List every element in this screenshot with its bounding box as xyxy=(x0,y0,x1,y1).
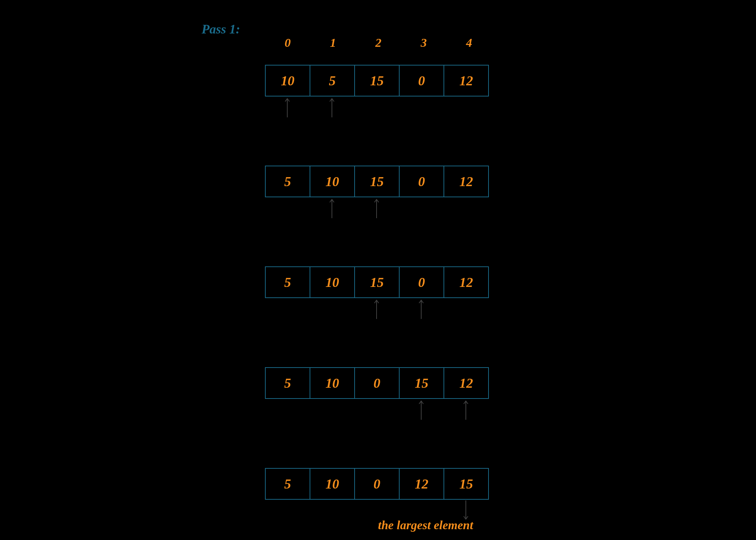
array-cell: 5 xyxy=(266,368,310,398)
array-cell: 0 xyxy=(400,66,444,96)
arrow-up-icon xyxy=(328,197,336,219)
pass-label: Pass 1: xyxy=(202,22,240,37)
index-row: 01234 xyxy=(265,36,492,50)
array-cell: 12 xyxy=(400,469,444,499)
array-cell: 0 xyxy=(355,368,400,398)
index-label: 1 xyxy=(310,36,356,50)
array-cell: 5 xyxy=(310,66,355,96)
array-row: 51015012 xyxy=(265,166,489,197)
largest-element-caption: the largest element xyxy=(378,518,473,532)
array-row: 10515012 xyxy=(265,65,489,96)
index-label: 4 xyxy=(446,36,492,50)
arrow-up-icon xyxy=(462,399,470,420)
array-row: 51001512 xyxy=(265,367,489,399)
array-cell: 12 xyxy=(444,66,488,96)
array-cell: 15 xyxy=(355,267,400,297)
array-row: 51001215 xyxy=(265,468,489,500)
arrow-down-icon xyxy=(462,500,470,521)
array-cell: 10 xyxy=(310,166,355,197)
array-cell: 12 xyxy=(444,166,488,197)
array-cell: 15 xyxy=(355,166,400,197)
array-cell: 5 xyxy=(266,166,310,197)
arrow-up-icon xyxy=(417,399,426,420)
array-cell: 12 xyxy=(444,267,488,297)
index-label: 0 xyxy=(265,36,310,50)
arrow-up-icon xyxy=(283,96,292,118)
array-cell: 10 xyxy=(310,469,355,499)
array-cell: 5 xyxy=(266,469,310,499)
array-cell: 15 xyxy=(355,66,400,96)
array-cell: 0 xyxy=(400,267,444,297)
array-cell: 5 xyxy=(266,267,310,297)
arrow-up-icon xyxy=(417,298,426,320)
array-cell: 10 xyxy=(266,66,310,96)
array-cell: 10 xyxy=(310,267,355,297)
array-cell: 12 xyxy=(444,368,488,398)
array-cell: 0 xyxy=(400,166,444,197)
array-cell: 15 xyxy=(400,368,444,398)
array-row: 51015012 xyxy=(265,266,489,298)
arrow-up-icon xyxy=(372,197,381,219)
arrow-up-icon xyxy=(372,298,381,320)
index-label: 2 xyxy=(356,36,401,50)
array-cell: 15 xyxy=(444,469,488,499)
array-cell: 10 xyxy=(310,368,355,398)
array-cell: 0 xyxy=(355,469,400,499)
index-label: 3 xyxy=(401,36,446,50)
arrow-up-icon xyxy=(328,96,336,118)
